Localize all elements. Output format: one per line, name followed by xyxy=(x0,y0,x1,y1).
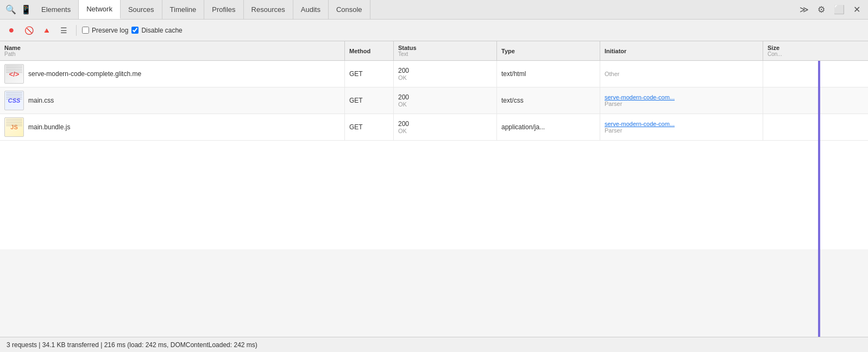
initiator-link-3[interactable]: serve-modern-code-com... xyxy=(605,121,675,127)
tab-audits[interactable]: Audits xyxy=(293,0,329,19)
td-name-2: CSS main.css xyxy=(0,87,345,114)
type-value-2: text/css xyxy=(501,97,524,104)
top-nav: 🔍 📱 Elements Network Sources Timeline Pr… xyxy=(0,0,868,20)
method-value-1: GET xyxy=(349,70,363,78)
th-name[interactable]: Name Path xyxy=(0,41,345,60)
td-type-3: application/ja... xyxy=(497,114,600,140)
disable-cache-label[interactable]: Disable cache xyxy=(131,27,182,34)
initiator-sub-2: Parser xyxy=(605,100,622,107)
waterfall-bar xyxy=(818,61,820,337)
th-name-main: Name xyxy=(4,45,340,51)
status-bar: 3 requests | 34.1 KB transferred | 216 m… xyxy=(0,337,868,352)
search-icon[interactable]: 🔍 xyxy=(3,2,18,17)
th-size-main: Size xyxy=(768,45,864,51)
file-name-3: main.bundle.js xyxy=(28,123,70,131)
initiator-value-1: Other xyxy=(605,71,620,77)
td-method-1: GET xyxy=(345,61,394,87)
tab-elements[interactable]: Elements xyxy=(34,0,79,19)
td-method-3: GET xyxy=(345,114,394,140)
tab-network[interactable]: Network xyxy=(79,0,121,19)
th-type[interactable]: Type xyxy=(497,41,600,60)
close-icon[interactable]: ✕ xyxy=(851,2,863,17)
table-row[interactable]: </> serve-modern-code-complete.glitch.me… xyxy=(0,61,868,87)
status-text-2: OK xyxy=(398,101,407,108)
disable-cache-checkbox[interactable] xyxy=(131,27,139,34)
table-body: </> serve-modern-code-complete.glitch.me… xyxy=(0,61,868,337)
file-icon-html: </> xyxy=(4,64,24,84)
tab-resources[interactable]: Resources xyxy=(244,0,293,19)
nav-tabs: Elements Network Sources Timeline Profil… xyxy=(34,0,797,19)
record-button[interactable]: ● xyxy=(4,23,18,37)
nav-right: ≫ ⚙ ⬜ ✕ xyxy=(797,2,865,17)
td-status-3: 200 OK xyxy=(394,114,497,140)
status-text-3: OK xyxy=(398,128,407,134)
method-value-3: GET xyxy=(349,123,363,131)
status-code-2: 200 xyxy=(398,93,409,101)
preserve-log-checkbox[interactable] xyxy=(82,27,89,34)
td-name-1: </> serve-modern-code-complete.glitch.me xyxy=(0,61,345,87)
th-method-main: Method xyxy=(349,48,389,54)
table-header: Name Path Method Status Text Type Initia… xyxy=(0,41,868,61)
empty-space xyxy=(0,141,868,249)
td-size-1 xyxy=(763,61,868,87)
list-view-button[interactable]: ☰ xyxy=(56,23,71,37)
th-type-main: Type xyxy=(501,48,595,54)
th-status-main: Status xyxy=(398,45,492,51)
file-icon-js: JS xyxy=(4,117,24,137)
td-method-2: GET xyxy=(345,87,394,114)
td-initiator-3: serve-modern-code-com... Parser xyxy=(600,114,763,140)
preserve-log-text: Preserve log xyxy=(92,27,128,34)
td-status-2: 200 OK xyxy=(394,87,497,114)
td-name-3: JS main.bundle.js xyxy=(0,114,345,140)
device-icon[interactable]: 📱 xyxy=(18,2,34,17)
preserve-log-label[interactable]: Preserve log xyxy=(82,27,128,34)
type-value-3: application/ja... xyxy=(501,123,545,131)
type-value-1: text/html xyxy=(501,70,526,78)
th-method[interactable]: Method xyxy=(345,41,394,60)
status-text-1: OK xyxy=(398,74,407,81)
status-bar-text: 3 requests | 34.1 KB transferred | 216 m… xyxy=(7,341,257,349)
tab-console[interactable]: Console xyxy=(329,0,370,19)
th-size[interactable]: Size Con... xyxy=(763,41,868,60)
disable-cache-text: Disable cache xyxy=(141,27,182,34)
file-icon-css: CSS xyxy=(4,91,24,110)
status-code-1: 200 xyxy=(398,67,409,74)
td-size-2 xyxy=(763,87,868,114)
filter-button[interactable]: 🔺 xyxy=(39,23,53,37)
initiator-sub-3: Parser xyxy=(605,127,622,134)
table-row[interactable]: CSS main.css GET 200 OK text/css serve-m… xyxy=(0,87,868,114)
th-size-sub: Con... xyxy=(768,51,864,57)
th-initiator-main: Initiator xyxy=(605,48,758,54)
file-name-2: main.css xyxy=(28,97,54,104)
td-status-1: 200 OK xyxy=(394,61,497,87)
toolbar: ● 🚫 🔺 ☰ Preserve log Disable cache xyxy=(0,20,868,41)
status-code-3: 200 xyxy=(398,120,409,128)
tab-timeline[interactable]: Timeline xyxy=(162,0,205,19)
tab-sources[interactable]: Sources xyxy=(121,0,162,19)
table-row[interactable]: JS main.bundle.js GET 200 OK application… xyxy=(0,114,868,141)
td-size-3 xyxy=(763,114,868,140)
th-initiator[interactable]: Initiator xyxy=(600,41,763,60)
td-initiator-1: Other xyxy=(600,61,763,87)
td-initiator-2: serve-modern-code-com... Parser xyxy=(600,87,763,114)
stop-button[interactable]: 🚫 xyxy=(22,23,36,37)
main-content: Name Path Method Status Text Type Initia… xyxy=(0,41,868,337)
th-name-sub: Path xyxy=(4,51,340,57)
td-type-1: text/html xyxy=(497,61,600,87)
method-value-2: GET xyxy=(349,97,363,104)
dock-icon[interactable]: ⬜ xyxy=(832,2,847,17)
td-type-2: text/css xyxy=(497,87,600,114)
th-status[interactable]: Status Text xyxy=(394,41,497,60)
th-status-sub: Text xyxy=(398,51,492,57)
file-name-1: serve-modern-code-complete.glitch.me xyxy=(28,70,141,78)
initiator-link-2[interactable]: serve-modern-code-com... xyxy=(605,94,675,100)
settings-icon[interactable]: ⚙ xyxy=(815,2,827,17)
execute-icon[interactable]: ≫ xyxy=(797,2,811,17)
tab-profiles[interactable]: Profiles xyxy=(204,0,243,19)
toolbar-separator-1 xyxy=(76,25,77,36)
